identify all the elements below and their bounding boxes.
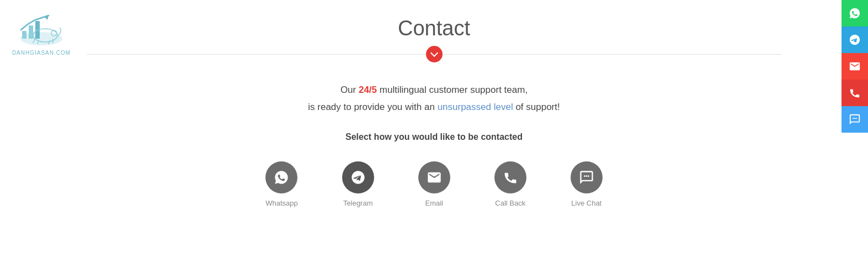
telegram-icon — [350, 170, 366, 185]
sidebar-email-icon — [849, 60, 861, 72]
whatsapp-icon — [274, 170, 289, 185]
contact-item-telegram[interactable]: Telegram — [342, 161, 374, 207]
telegram-label: Telegram — [343, 199, 372, 207]
telegram-icon-bg — [342, 161, 374, 193]
sidebar-phone-icon — [849, 87, 861, 99]
whatsapp-label: Whatsapp — [265, 199, 298, 207]
chevron-down-icon[interactable] — [426, 46, 443, 62]
sidebar-telegram-icon — [849, 34, 861, 46]
support-line1-post: multilingual customer support team, — [377, 85, 528, 95]
sidebar-whatsapp-button[interactable] — [842, 0, 868, 27]
phone-icon — [503, 170, 518, 185]
contact-item-callback[interactable]: Call Back — [494, 161, 526, 207]
svg-rect-1 — [22, 31, 26, 39]
svg-rect-2 — [29, 25, 33, 39]
sidebar-chat-button[interactable] — [842, 106, 868, 133]
select-contact-text: Select how you would like to be contacte… — [0, 132, 868, 142]
callback-label: Call Back — [495, 199, 525, 207]
contact-options: Whatsapp Telegram Email Call Back — [0, 161, 868, 207]
support-line2-pre: is ready to provide you with an — [308, 102, 437, 112]
sidebar-right — [842, 0, 868, 133]
svg-point-13 — [588, 175, 589, 177]
svg-point-16 — [856, 118, 857, 119]
page-title: Contact — [0, 0, 868, 40]
livechat-label: Live Chat — [571, 199, 601, 207]
sidebar-chat-icon — [849, 113, 861, 125]
contact-item-whatsapp[interactable]: Whatsapp — [265, 161, 298, 207]
divider-row — [0, 46, 868, 62]
support-247-highlight: 24/5 — [359, 85, 377, 95]
svg-point-15 — [854, 118, 855, 119]
sidebar-email-button[interactable] — [842, 53, 868, 80]
email-icon — [427, 170, 442, 185]
svg-point-11 — [584, 175, 585, 177]
support-text: Our 24/5 multilingual customer support t… — [0, 82, 868, 116]
support-line2-post: of support! — [513, 102, 560, 112]
support-line1-pre: Our — [340, 85, 359, 95]
sidebar-whatsapp-icon — [849, 7, 861, 19]
svg-point-12 — [585, 175, 587, 177]
sidebar-telegram-button[interactable] — [842, 27, 868, 53]
callback-icon-bg — [494, 161, 526, 193]
chat-icon — [579, 170, 594, 185]
sidebar-phone-button[interactable] — [842, 80, 868, 106]
email-label: Email — [425, 199, 444, 207]
livechat-icon-bg — [571, 161, 603, 193]
contact-item-email[interactable]: Email — [418, 161, 450, 207]
whatsapp-icon-bg — [265, 161, 297, 193]
contact-item-livechat[interactable]: Live Chat — [571, 161, 603, 207]
email-icon-bg — [418, 161, 450, 193]
svg-point-14 — [853, 118, 854, 119]
support-unsurpassed-highlight: unsurpassed level — [438, 102, 513, 112]
